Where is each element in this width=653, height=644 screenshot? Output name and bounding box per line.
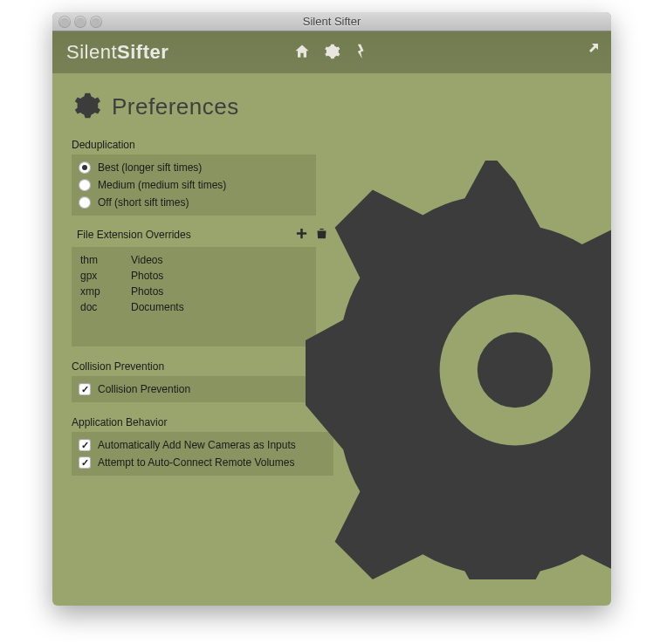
table-row[interactable]: gpx Photos xyxy=(80,268,307,284)
content: Preferences Deduplication Best (longer s… xyxy=(52,73,611,606)
check-label: Collision Prevention xyxy=(98,383,190,395)
section-label-dedup: Deduplication xyxy=(72,139,592,151)
app-window: Silent Sifter SilentSifter xyxy=(52,12,611,606)
radio-icon xyxy=(79,161,91,174)
zoom-window-button[interactable] xyxy=(91,17,101,27)
radio-label: Medium (medium sift times) xyxy=(98,179,226,191)
collision-check[interactable]: ✓ Collision Prevention xyxy=(79,380,309,398)
radio-label: Off (short sift times) xyxy=(98,196,189,209)
gear-icon xyxy=(72,91,101,123)
checkbox-icon: ✓ xyxy=(79,383,91,395)
traffic-lights xyxy=(59,17,101,27)
table-row[interactable]: doc Documents xyxy=(80,299,307,315)
section-label-collision: Collision Prevention xyxy=(72,360,592,373)
ext-cell: doc xyxy=(80,301,131,313)
trash-icon[interactable] xyxy=(315,227,328,243)
table-row[interactable]: thm Videos xyxy=(80,252,307,268)
close-window-button[interactable] xyxy=(59,17,70,27)
extension-actions xyxy=(295,227,328,243)
expand-icon[interactable] xyxy=(580,41,601,65)
section-label-extensions: File Extension Overrides xyxy=(77,229,191,241)
page-heading: Preferences xyxy=(72,91,592,123)
minimize-window-button[interactable] xyxy=(75,17,86,27)
home-icon[interactable] xyxy=(293,43,311,63)
dedup-option-best[interactable]: Best (longer sift times) xyxy=(79,159,309,176)
brand: SilentSifter xyxy=(66,41,168,64)
ext-cell: gpx xyxy=(80,270,131,282)
dedup-panel: Best (longer sift times) Medium (medium … xyxy=(72,154,316,216)
behavior-auto-add-cameras[interactable]: ✓ Automatically Add New Cameras as Input… xyxy=(79,436,326,454)
radio-icon xyxy=(79,179,91,191)
brand-suffix: Sifter xyxy=(117,41,168,63)
header-nav xyxy=(293,43,370,63)
gear-icon[interactable] xyxy=(323,43,340,63)
behavior-panel: ✓ Automatically Add New Cameras as Input… xyxy=(72,432,333,476)
behavior-auto-connect-volumes[interactable]: ✓ Attempt to Auto-Connect Remote Volumes xyxy=(79,454,326,471)
check-label: Automatically Add New Cameras as Inputs xyxy=(98,439,296,451)
check-label: Attempt to Auto-Connect Remote Volumes xyxy=(98,456,294,469)
radio-icon xyxy=(79,196,91,209)
brand-prefix: Silent xyxy=(66,41,117,63)
radio-label: Best (longer sift times) xyxy=(98,161,202,174)
page-title: Preferences xyxy=(112,93,239,120)
table-row[interactable]: xmp Photos xyxy=(80,284,307,299)
checkbox-icon: ✓ xyxy=(79,456,91,469)
dedup-option-off[interactable]: Off (short sift times) xyxy=(79,194,309,211)
ext-cell: thm xyxy=(80,254,131,266)
extensions-table: thm Videos gpx Photos xmp Photos doc Doc… xyxy=(72,247,316,346)
cat-cell: Videos xyxy=(131,254,162,266)
cat-cell: Photos xyxy=(131,285,163,298)
sift-icon[interactable] xyxy=(353,43,370,63)
cat-cell: Photos xyxy=(131,270,163,282)
app-header: SilentSifter xyxy=(52,31,611,73)
add-icon[interactable] xyxy=(295,227,308,243)
dedup-option-medium[interactable]: Medium (medium sift times) xyxy=(79,176,309,194)
ext-cell: xmp xyxy=(80,285,131,298)
window-title: Silent Sifter xyxy=(52,15,611,28)
cat-cell: Documents xyxy=(131,301,184,313)
collision-panel: ✓ Collision Prevention xyxy=(72,376,316,402)
titlebar: Silent Sifter xyxy=(52,12,611,31)
section-label-behavior: Application Behavior xyxy=(72,416,592,428)
checkbox-icon: ✓ xyxy=(79,439,91,451)
section-header-extensions: File Extension Overrides xyxy=(72,223,333,247)
